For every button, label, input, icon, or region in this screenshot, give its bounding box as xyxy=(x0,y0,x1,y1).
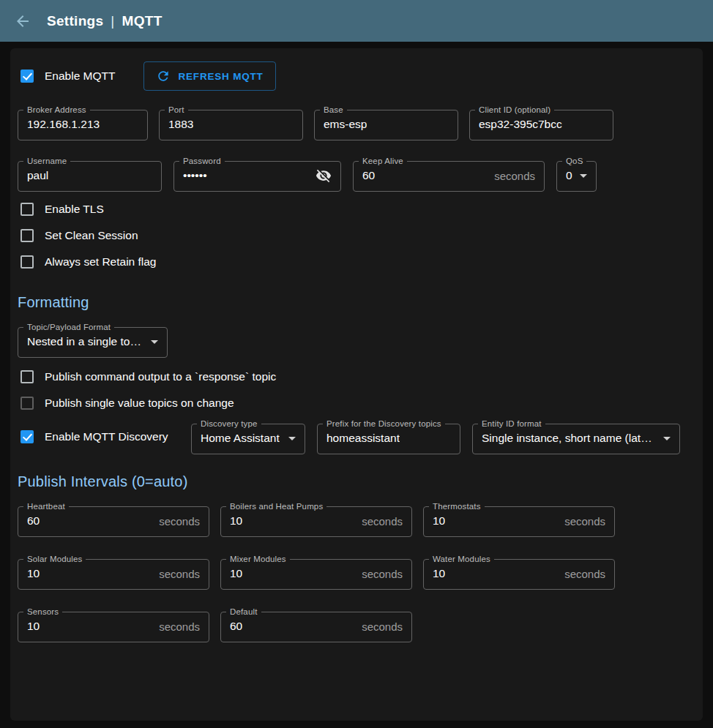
checkbox-icon[interactable] xyxy=(20,430,34,443)
broker-address-value[interactable]: 192.168.1.213 xyxy=(27,118,100,131)
keep-alive-suffix: seconds xyxy=(494,170,535,182)
field-label: Water Modules xyxy=(429,555,494,563)
base-value[interactable]: ems-esp xyxy=(324,118,367,131)
field-label: Username xyxy=(23,157,70,165)
field-label: Client ID (optional) xyxy=(475,105,554,114)
interval-value[interactable]: 10 xyxy=(230,567,242,580)
interval-boilers-field[interactable]: Boilers and Heat Pumps 10 seconds xyxy=(220,502,412,537)
interval-value[interactable]: 10 xyxy=(433,514,445,528)
refresh-mqtt-button[interactable]: REFRESH MQTT xyxy=(143,61,275,91)
enable-discovery-checkbox[interactable]: Enable MQTT Discovery xyxy=(18,424,179,450)
enable-mqtt-label: Enable MQTT xyxy=(45,70,115,83)
field-label: Boilers and Heat Pumps xyxy=(226,502,326,511)
interval-suffix: seconds xyxy=(564,515,605,528)
client-id-field[interactable]: Client ID (optional) esp32-395c7bcc xyxy=(469,105,613,140)
enable-tls-label: Enable TLS xyxy=(45,203,104,216)
interval-solar-field[interactable]: Solar Modules 10 seconds xyxy=(18,555,209,590)
field-label: Topic/Payload Format xyxy=(23,323,114,331)
field-label: Port xyxy=(165,105,188,114)
port-field[interactable]: Port 1883 xyxy=(159,105,303,140)
field-label: Prefix for the Discovery topics xyxy=(323,419,445,428)
interval-suffix: seconds xyxy=(362,515,403,528)
breadcrumb-settings: Settings xyxy=(47,13,103,29)
interval-value[interactable]: 10 xyxy=(433,567,445,580)
keep-alive-field[interactable]: Keep Alive 60 seconds xyxy=(353,157,545,192)
retain-flag-label: Always set Retain flag xyxy=(45,255,157,269)
dropdown-arrow-icon[interactable] xyxy=(151,340,158,344)
base-field[interactable]: Base ems-esp xyxy=(314,105,458,140)
interval-suffix: seconds xyxy=(362,568,403,580)
client-id-value[interactable]: esp32-395c7bcc xyxy=(479,118,562,131)
interval-sensors-field[interactable]: Sensors 10 seconds xyxy=(18,607,209,642)
breadcrumb-mqtt: MQTT xyxy=(122,13,163,29)
interval-mixer-field[interactable]: Mixer Modules 10 seconds xyxy=(220,555,412,590)
field-label: Broker Address xyxy=(23,105,90,114)
publish-response-checkbox[interactable]: Publish command output to a `response` t… xyxy=(18,364,276,390)
checkbox-icon[interactable] xyxy=(20,203,34,216)
field-label: Discovery type xyxy=(197,419,261,428)
interval-value[interactable]: 60 xyxy=(27,514,40,528)
refresh-icon xyxy=(156,69,171,83)
checkbox-icon[interactable] xyxy=(20,370,34,383)
formatting-heading: Formatting xyxy=(18,294,695,311)
port-value[interactable]: 1883 xyxy=(168,118,193,131)
qos-value[interactable]: 0 xyxy=(566,169,572,182)
field-label: Thermostats xyxy=(429,502,485,511)
entity-id-format-select[interactable]: Entity ID format Single instance, short … xyxy=(472,419,680,454)
enable-mqtt-checkbox[interactable]: Enable MQTT xyxy=(18,63,115,89)
checkbox-icon[interactable] xyxy=(20,397,34,410)
interval-suffix: seconds xyxy=(159,620,200,633)
interval-thermostats-field[interactable]: Thermostats 10 seconds xyxy=(423,502,615,537)
clean-session-label: Set Clean Session xyxy=(45,229,138,242)
discovery-type-value[interactable]: Home Assistant xyxy=(201,432,280,445)
field-label: Heartbeat xyxy=(23,502,69,511)
interval-water-field[interactable]: Water Modules 10 seconds xyxy=(423,555,615,590)
back-arrow-icon[interactable] xyxy=(13,12,32,31)
field-label: Base xyxy=(320,105,347,114)
discovery-prefix-value[interactable]: homeassistant xyxy=(326,432,400,445)
checkbox-icon[interactable] xyxy=(20,229,34,242)
field-label: Sensors xyxy=(23,607,62,616)
interval-default-field[interactable]: Default 60 seconds xyxy=(220,607,412,642)
interval-value[interactable]: 10 xyxy=(27,567,40,580)
interval-suffix: seconds xyxy=(564,568,605,580)
username-field[interactable]: Username paul xyxy=(18,157,162,192)
clean-session-checkbox[interactable]: Set Clean Session xyxy=(18,222,138,249)
field-label: Entity ID format xyxy=(478,419,545,428)
checkbox-icon[interactable] xyxy=(20,70,34,83)
enable-discovery-label: Enable MQTT Discovery xyxy=(45,430,168,443)
field-label: Mixer Modules xyxy=(226,555,290,563)
visibility-off-icon[interactable] xyxy=(316,168,332,184)
field-label: QoS xyxy=(562,157,586,165)
interval-suffix: seconds xyxy=(362,620,403,633)
field-label: Keep Alive xyxy=(359,157,407,165)
publish-single-label: Publish single value topics on change xyxy=(45,397,234,410)
broker-address-field[interactable]: Broker Address 192.168.1.213 xyxy=(18,105,148,140)
topic-format-value[interactable]: Nested in a single topic xyxy=(27,335,143,348)
password-value[interactable]: •••••• xyxy=(183,169,207,182)
dropdown-arrow-icon[interactable] xyxy=(288,437,296,440)
interval-value[interactable]: 10 xyxy=(230,514,242,528)
keep-alive-value[interactable]: 60 xyxy=(362,169,375,182)
topic-format-select[interactable]: Topic/Payload Format Nested in a single … xyxy=(18,323,168,358)
qos-select[interactable]: QoS 0 xyxy=(556,157,597,192)
dropdown-arrow-icon[interactable] xyxy=(580,174,587,178)
retain-flag-checkbox[interactable]: Always set Retain flag xyxy=(18,249,157,275)
discovery-prefix-field[interactable]: Prefix for the Discovery topics homeassi… xyxy=(317,419,460,454)
page-title: Settings | MQTT xyxy=(47,13,163,29)
discovery-type-select[interactable]: Discovery type Home Assistant xyxy=(191,419,305,454)
interval-heartbeat-field[interactable]: Heartbeat 60 seconds xyxy=(18,502,209,537)
interval-suffix: seconds xyxy=(159,515,200,528)
breadcrumb-separator: | xyxy=(111,13,114,29)
mqtt-settings-card: Enable MQTT REFRESH MQTT Broker Address … xyxy=(10,48,703,721)
username-value[interactable]: paul xyxy=(27,169,48,182)
interval-value[interactable]: 10 xyxy=(27,620,40,633)
dropdown-arrow-icon[interactable] xyxy=(663,437,671,440)
checkbox-icon[interactable] xyxy=(20,255,34,269)
password-field[interactable]: Password •••••• xyxy=(173,157,341,192)
enable-tls-checkbox[interactable]: Enable TLS xyxy=(18,196,104,222)
entity-id-format-value[interactable]: Single instance, short name (latest) xyxy=(482,432,656,445)
publish-single-checkbox[interactable]: Publish single value topics on change xyxy=(18,390,234,416)
app-header: Settings | MQTT xyxy=(0,0,713,42)
interval-value[interactable]: 60 xyxy=(230,620,242,633)
